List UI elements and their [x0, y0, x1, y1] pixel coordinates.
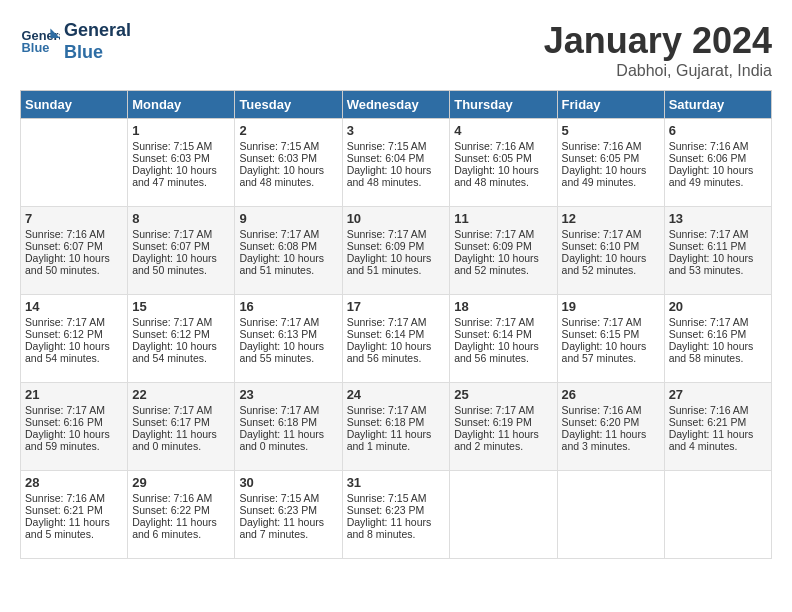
- day-number: 3: [347, 123, 446, 138]
- day-number: 30: [239, 475, 337, 490]
- calendar-cell: 29Sunrise: 7:16 AM Sunset: 6:22 PM Dayli…: [128, 471, 235, 559]
- day-number: 9: [239, 211, 337, 226]
- calendar-cell: 30Sunrise: 7:15 AM Sunset: 6:23 PM Dayli…: [235, 471, 342, 559]
- calendar-table: SundayMondayTuesdayWednesdayThursdayFrid…: [20, 90, 772, 559]
- day-info: Sunrise: 7:17 AM Sunset: 6:09 PM Dayligh…: [454, 228, 539, 276]
- calendar-cell: 6Sunrise: 7:16 AM Sunset: 6:06 PM Daylig…: [664, 119, 771, 207]
- day-info: Sunrise: 7:15 AM Sunset: 6:04 PM Dayligh…: [347, 140, 432, 188]
- day-info: Sunrise: 7:17 AM Sunset: 6:14 PM Dayligh…: [454, 316, 539, 364]
- day-info: Sunrise: 7:16 AM Sunset: 6:21 PM Dayligh…: [669, 404, 754, 452]
- calendar-cell: 28Sunrise: 7:16 AM Sunset: 6:21 PM Dayli…: [21, 471, 128, 559]
- day-number: 16: [239, 299, 337, 314]
- day-info: Sunrise: 7:16 AM Sunset: 6:06 PM Dayligh…: [669, 140, 754, 188]
- day-number: 31: [347, 475, 446, 490]
- calendar-cell: 7Sunrise: 7:16 AM Sunset: 6:07 PM Daylig…: [21, 207, 128, 295]
- day-number: 13: [669, 211, 767, 226]
- calendar-cell: 5Sunrise: 7:16 AM Sunset: 6:05 PM Daylig…: [557, 119, 664, 207]
- calendar-cell: 19Sunrise: 7:17 AM Sunset: 6:15 PM Dayli…: [557, 295, 664, 383]
- day-info: Sunrise: 7:17 AM Sunset: 6:13 PM Dayligh…: [239, 316, 324, 364]
- day-info: Sunrise: 7:17 AM Sunset: 6:17 PM Dayligh…: [132, 404, 217, 452]
- calendar-cell: 13Sunrise: 7:17 AM Sunset: 6:11 PM Dayli…: [664, 207, 771, 295]
- title-block: January 2024 Dabhoi, Gujarat, India: [544, 20, 772, 80]
- calendar-cell: 23Sunrise: 7:17 AM Sunset: 6:18 PM Dayli…: [235, 383, 342, 471]
- day-info: Sunrise: 7:15 AM Sunset: 6:23 PM Dayligh…: [239, 492, 324, 540]
- day-info: Sunrise: 7:16 AM Sunset: 6:05 PM Dayligh…: [562, 140, 647, 188]
- day-info: Sunrise: 7:17 AM Sunset: 6:16 PM Dayligh…: [669, 316, 754, 364]
- day-info: Sunrise: 7:17 AM Sunset: 6:18 PM Dayligh…: [239, 404, 324, 452]
- day-number: 25: [454, 387, 552, 402]
- day-number: 23: [239, 387, 337, 402]
- calendar-cell: 21Sunrise: 7:17 AM Sunset: 6:16 PM Dayli…: [21, 383, 128, 471]
- calendar-cell: 12Sunrise: 7:17 AM Sunset: 6:10 PM Dayli…: [557, 207, 664, 295]
- calendar-cell: 11Sunrise: 7:17 AM Sunset: 6:09 PM Dayli…: [450, 207, 557, 295]
- day-info: Sunrise: 7:17 AM Sunset: 6:10 PM Dayligh…: [562, 228, 647, 276]
- month-title: January 2024: [544, 20, 772, 62]
- day-info: Sunrise: 7:17 AM Sunset: 6:19 PM Dayligh…: [454, 404, 539, 452]
- logo: General Blue General Blue: [20, 20, 131, 63]
- day-number: 5: [562, 123, 660, 138]
- day-number: 19: [562, 299, 660, 314]
- weekday-header-row: SundayMondayTuesdayWednesdayThursdayFrid…: [21, 91, 772, 119]
- calendar-cell: 4Sunrise: 7:16 AM Sunset: 6:05 PM Daylig…: [450, 119, 557, 207]
- day-number: 29: [132, 475, 230, 490]
- calendar-cell: 31Sunrise: 7:15 AM Sunset: 6:23 PM Dayli…: [342, 471, 450, 559]
- weekday-header: Saturday: [664, 91, 771, 119]
- day-info: Sunrise: 7:17 AM Sunset: 6:11 PM Dayligh…: [669, 228, 754, 276]
- day-info: Sunrise: 7:17 AM Sunset: 6:08 PM Dayligh…: [239, 228, 324, 276]
- day-number: 12: [562, 211, 660, 226]
- logo-line1: General: [64, 20, 131, 40]
- calendar-cell: 25Sunrise: 7:17 AM Sunset: 6:19 PM Dayli…: [450, 383, 557, 471]
- weekday-header: Sunday: [21, 91, 128, 119]
- day-number: 2: [239, 123, 337, 138]
- calendar-cell: 22Sunrise: 7:17 AM Sunset: 6:17 PM Dayli…: [128, 383, 235, 471]
- calendar-cell: 15Sunrise: 7:17 AM Sunset: 6:12 PM Dayli…: [128, 295, 235, 383]
- calendar-week-row: 1Sunrise: 7:15 AM Sunset: 6:03 PM Daylig…: [21, 119, 772, 207]
- day-info: Sunrise: 7:17 AM Sunset: 6:18 PM Dayligh…: [347, 404, 432, 452]
- day-info: Sunrise: 7:16 AM Sunset: 6:07 PM Dayligh…: [25, 228, 110, 276]
- day-number: 7: [25, 211, 123, 226]
- day-number: 27: [669, 387, 767, 402]
- day-number: 26: [562, 387, 660, 402]
- logo-text: General Blue: [64, 20, 131, 63]
- calendar-cell: 27Sunrise: 7:16 AM Sunset: 6:21 PM Dayli…: [664, 383, 771, 471]
- day-info: Sunrise: 7:17 AM Sunset: 6:16 PM Dayligh…: [25, 404, 110, 452]
- day-number: 1: [132, 123, 230, 138]
- calendar-cell: 1Sunrise: 7:15 AM Sunset: 6:03 PM Daylig…: [128, 119, 235, 207]
- calendar-week-row: 7Sunrise: 7:16 AM Sunset: 6:07 PM Daylig…: [21, 207, 772, 295]
- day-number: 10: [347, 211, 446, 226]
- calendar-week-row: 14Sunrise: 7:17 AM Sunset: 6:12 PM Dayli…: [21, 295, 772, 383]
- weekday-header: Friday: [557, 91, 664, 119]
- day-number: 18: [454, 299, 552, 314]
- day-info: Sunrise: 7:15 AM Sunset: 6:03 PM Dayligh…: [239, 140, 324, 188]
- calendar-cell: 10Sunrise: 7:17 AM Sunset: 6:09 PM Dayli…: [342, 207, 450, 295]
- calendar-cell: 20Sunrise: 7:17 AM Sunset: 6:16 PM Dayli…: [664, 295, 771, 383]
- day-number: 14: [25, 299, 123, 314]
- day-info: Sunrise: 7:16 AM Sunset: 6:22 PM Dayligh…: [132, 492, 217, 540]
- day-number: 11: [454, 211, 552, 226]
- calendar-cell: 8Sunrise: 7:17 AM Sunset: 6:07 PM Daylig…: [128, 207, 235, 295]
- day-info: Sunrise: 7:16 AM Sunset: 6:05 PM Dayligh…: [454, 140, 539, 188]
- page-header: General Blue General Blue January 2024 D…: [20, 20, 772, 80]
- calendar-week-row: 28Sunrise: 7:16 AM Sunset: 6:21 PM Dayli…: [21, 471, 772, 559]
- calendar-cell: 14Sunrise: 7:17 AM Sunset: 6:12 PM Dayli…: [21, 295, 128, 383]
- weekday-header: Wednesday: [342, 91, 450, 119]
- weekday-header: Tuesday: [235, 91, 342, 119]
- calendar-cell: [664, 471, 771, 559]
- day-info: Sunrise: 7:17 AM Sunset: 6:12 PM Dayligh…: [25, 316, 110, 364]
- calendar-cell: 24Sunrise: 7:17 AM Sunset: 6:18 PM Dayli…: [342, 383, 450, 471]
- calendar-week-row: 21Sunrise: 7:17 AM Sunset: 6:16 PM Dayli…: [21, 383, 772, 471]
- day-number: 6: [669, 123, 767, 138]
- calendar-cell: 18Sunrise: 7:17 AM Sunset: 6:14 PM Dayli…: [450, 295, 557, 383]
- day-info: Sunrise: 7:17 AM Sunset: 6:15 PM Dayligh…: [562, 316, 647, 364]
- weekday-header: Monday: [128, 91, 235, 119]
- day-info: Sunrise: 7:15 AM Sunset: 6:23 PM Dayligh…: [347, 492, 432, 540]
- calendar-cell: 3Sunrise: 7:15 AM Sunset: 6:04 PM Daylig…: [342, 119, 450, 207]
- day-number: 17: [347, 299, 446, 314]
- location: Dabhoi, Gujarat, India: [544, 62, 772, 80]
- weekday-header: Thursday: [450, 91, 557, 119]
- day-number: 4: [454, 123, 552, 138]
- day-number: 20: [669, 299, 767, 314]
- day-number: 15: [132, 299, 230, 314]
- calendar-cell: 17Sunrise: 7:17 AM Sunset: 6:14 PM Dayli…: [342, 295, 450, 383]
- day-info: Sunrise: 7:16 AM Sunset: 6:21 PM Dayligh…: [25, 492, 110, 540]
